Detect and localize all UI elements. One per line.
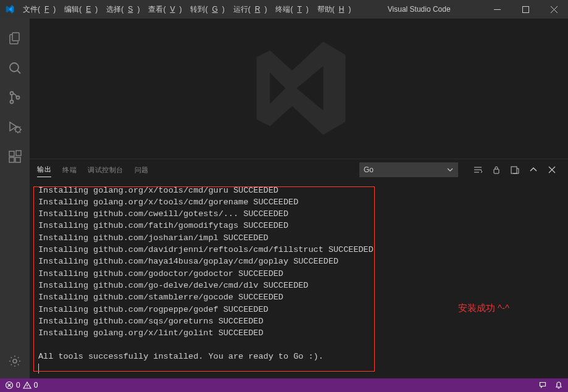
output-channel-selector[interactable]: Go [359,162,458,177]
output-line: Installing github.com/godoctor/godoctor … [38,268,374,280]
svg-rect-10 [15,157,20,162]
output-line: Installing golang.org/x/tools/cmd/guru S… [38,185,374,196]
close-panel-icon[interactable] [543,161,561,178]
lock-scroll-icon[interactable] [488,161,505,178]
tab-problems[interactable]: 问题 [135,163,149,177]
vscode-logo-icon [0,4,19,14]
minimize-button[interactable] [483,0,511,19]
error-count: 0 [16,381,20,390]
svg-rect-8 [9,151,14,156]
activity-bar [0,19,30,378]
menu-goto[interactable]: 转到(G) [186,4,228,15]
maximize-button[interactable] [511,0,540,19]
output-line [38,339,374,351]
output-line: Installing github.com/rogpeppe/godef SUC… [38,304,374,315]
svg-rect-14 [511,167,517,173]
panel-tab-bar: 输出 终端 调试控制台 问题 Go [30,159,568,181]
svg-rect-2 [12,33,19,41]
output-line: Installing github.com/haya14busa/goplay/… [38,256,374,267]
extensions-icon[interactable] [0,142,30,172]
source-control-icon[interactable] [0,83,30,112]
status-feedback-icon[interactable] [535,378,551,392]
run-debug-icon[interactable] [0,112,30,142]
explorer-icon[interactable] [0,23,30,53]
tab-debug-console[interactable]: 调试控制台 [88,163,123,177]
chevron-down-icon [446,166,454,173]
text-cursor [38,364,39,373]
collapse-panel-icon[interactable] [525,161,542,178]
status-errors[interactable]: 0 0 [1,378,41,392]
tab-terminal[interactable]: 终端 [62,163,77,177]
output-content[interactable]: Installing golang.org/x/tools/cmd/guru S… [30,181,382,378]
svg-rect-9 [9,157,14,162]
bottom-panel: 输出 终端 调试控制台 问题 Go Inst [30,159,568,378]
warning-count: 0 [34,381,38,390]
output-line: Installing github.com/josharian/impl SUC… [38,232,374,244]
menu-view[interactable]: 查看(V) [144,4,186,15]
tab-output[interactable]: 输出 [37,162,51,177]
menu-select[interactable]: 选择(S) [102,4,144,15]
output-line: Installing github.com/stamblerre/gocode … [38,291,374,303]
menu-edit[interactable]: 编辑(E) [60,4,102,15]
output-channel-value: Go [364,165,374,174]
svg-point-5 [10,101,14,104]
annotation-text: 安装成功 ^-^ [458,302,509,314]
clear-output-icon[interactable] [469,161,487,178]
svg-point-12 [13,359,17,363]
svg-rect-11 [16,151,21,156]
output-line: All tools successfully installed. You ar… [38,351,374,362]
output-line: Installing golang.org/x/lint/golint SUCC… [38,327,374,339]
output-line: Installing golang.org/x/tools/cmd/gorena… [38,196,374,208]
output-line: Installing github.com/fatih/gomodifytags… [38,220,374,231]
svg-rect-1 [522,6,528,12]
editor-area [30,19,568,159]
panel-actions [469,161,561,178]
menu-terminal[interactable]: 终端(T) [271,4,312,15]
status-notifications-icon[interactable] [551,378,567,392]
status-bar: 0 0 [0,378,568,392]
open-log-icon[interactable] [506,161,524,178]
svg-rect-0 [494,9,501,10]
error-icon [5,381,14,390]
output-line: Installing github.com/go-delve/delve/cmd… [38,280,374,291]
svg-rect-13 [494,169,499,173]
output-line: Installing github.com/davidrjenni/reftoo… [38,244,374,256]
window-controls [483,0,568,19]
menu-run[interactable]: 运行(R) [229,4,272,15]
menu-file[interactable]: 文件(F) [19,4,60,15]
search-icon[interactable] [0,53,30,83]
title-bar: 文件(F) 编辑(E) 选择(S) 查看(V) 转到(G) 运行(R) 终端(T… [0,0,568,19]
output-line: Installing github.com/sqs/goreturns SUCC… [38,315,374,327]
menu-help[interactable]: 帮助(H) [313,4,356,15]
svg-point-4 [10,92,14,95]
manage-gear-icon[interactable] [0,346,30,376]
warning-icon [23,381,31,390]
svg-point-3 [10,63,19,72]
close-button[interactable] [540,0,568,19]
output-line: Installing github.com/cweill/gotests/...… [38,208,374,220]
menu-bar: 文件(F) 编辑(E) 选择(S) 查看(V) 转到(G) 运行(R) 终端(T… [19,4,355,15]
window-title: Visual Studio Code [355,5,483,14]
vscode-watermark-icon [243,33,354,144]
